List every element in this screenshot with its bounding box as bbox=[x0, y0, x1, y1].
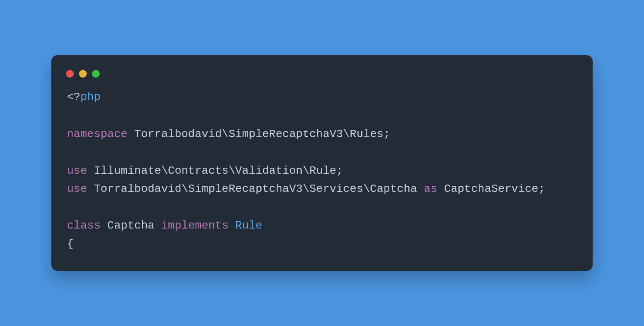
zoom-icon[interactable] bbox=[92, 70, 100, 78]
code-token: Illuminate\Contracts\Validation\Rule; bbox=[87, 164, 343, 177]
window-traffic-lights bbox=[65, 68, 579, 88]
code-token: use bbox=[67, 164, 87, 177]
minimize-icon[interactable] bbox=[79, 70, 87, 78]
code-token: class bbox=[67, 219, 101, 232]
code-token: as bbox=[424, 182, 437, 195]
code-token: Captcha bbox=[101, 219, 161, 232]
code-token: implements bbox=[161, 219, 228, 232]
code-token: php bbox=[80, 91, 101, 103]
page-background: <?php namespace Torralbodavid\SimpleReca… bbox=[0, 0, 644, 326]
code-token: Torralbodavid\SimpleRecaptchaV3\Rules; bbox=[127, 128, 390, 141]
code-token: Rule bbox=[235, 219, 262, 232]
code-token: <? bbox=[67, 91, 80, 103]
close-icon[interactable] bbox=[66, 70, 74, 78]
code-window: <?php namespace Torralbodavid\SimpleReca… bbox=[51, 55, 593, 270]
code-token: Torralbodavid\SimpleRecaptchaV3\Services… bbox=[87, 182, 424, 195]
code-token: use bbox=[67, 182, 87, 195]
code-token: CaptchaService; bbox=[437, 182, 545, 195]
code-token: namespace bbox=[67, 128, 127, 141]
code-token bbox=[228, 219, 235, 232]
code-token: { bbox=[67, 238, 74, 251]
code-block: <?php namespace Torralbodavid\SimpleReca… bbox=[65, 88, 579, 253]
